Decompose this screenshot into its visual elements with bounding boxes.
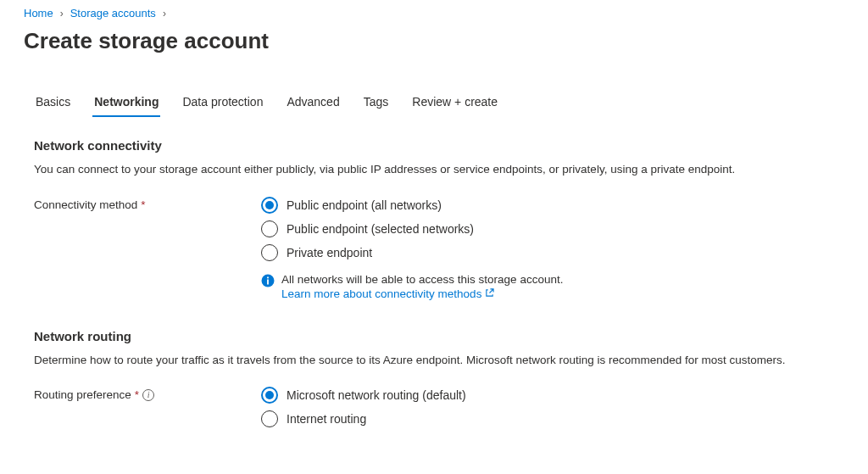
form-row-connectivity-method: Connectivity method * Public endpoint (a… xyxy=(34,197,868,300)
page-title: Create storage account xyxy=(24,28,868,54)
radio-label: Private endpoint xyxy=(287,246,372,259)
section-title-routing: Network routing xyxy=(34,329,868,343)
tab-networking[interactable]: Networking xyxy=(92,90,160,117)
tab-data-protection[interactable]: Data protection xyxy=(181,90,264,117)
required-asterisk: * xyxy=(135,388,139,401)
radio-icon xyxy=(261,387,278,404)
tab-tags[interactable]: Tags xyxy=(362,90,391,117)
radio-label: Internet routing xyxy=(287,412,366,426)
tab-bar: Basics Networking Data protection Advanc… xyxy=(24,90,868,118)
radio-label: Public endpoint (selected networks) xyxy=(287,222,474,236)
info-icon xyxy=(261,274,275,287)
breadcrumb-home-link[interactable]: Home xyxy=(24,7,53,20)
section-desc-connectivity: You can connect to your storage account … xyxy=(34,161,797,178)
radio-private-endpoint[interactable]: Private endpoint xyxy=(261,244,563,261)
section-desc-routing: Determine how to route your traffic as i… xyxy=(34,352,797,369)
label-connectivity-method: Connectivity method * xyxy=(34,197,261,211)
breadcrumb-storage-accounts-link[interactable]: Storage accounts xyxy=(70,7,156,20)
form-row-routing-preference: Routing preference * i Microsoft network… xyxy=(34,387,868,427)
radio-icon xyxy=(261,220,278,237)
required-asterisk: * xyxy=(141,198,145,211)
radio-icon xyxy=(261,244,278,261)
svg-rect-1 xyxy=(267,279,269,284)
radio-microsoft-routing[interactable]: Microsoft network routing (default) xyxy=(261,387,466,404)
tab-review-create[interactable]: Review + create xyxy=(410,90,499,117)
chevron-right-icon: › xyxy=(163,8,166,20)
help-icon[interactable]: i xyxy=(142,389,154,401)
info-connectivity: All networks will be able to access this… xyxy=(261,273,563,300)
section-network-routing: Network routing Determine how to route y… xyxy=(24,329,868,428)
svg-rect-2 xyxy=(267,276,269,278)
radio-public-all-networks[interactable]: Public endpoint (all networks) xyxy=(261,197,563,214)
tab-basics[interactable]: Basics xyxy=(34,90,72,117)
label-routing-preference: Routing preference * i xyxy=(34,387,261,401)
info-text: All networks will be able to access this… xyxy=(281,273,563,286)
radio-group-connectivity: Public endpoint (all networks) Public en… xyxy=(261,197,563,300)
section-title-connectivity: Network connectivity xyxy=(34,138,868,153)
radio-group-routing: Microsoft network routing (default) Inte… xyxy=(261,387,466,427)
radio-public-selected-networks[interactable]: Public endpoint (selected networks) xyxy=(261,220,563,237)
learn-more-connectivity-link[interactable]: Learn more about connectivity methods xyxy=(281,287,563,300)
radio-icon xyxy=(261,197,278,214)
chevron-right-icon: › xyxy=(60,8,64,20)
radio-icon xyxy=(261,410,278,427)
external-link-icon xyxy=(485,288,494,299)
tab-advanced[interactable]: Advanced xyxy=(285,90,341,117)
breadcrumb: Home › Storage accounts › xyxy=(24,7,868,20)
radio-label: Microsoft network routing (default) xyxy=(287,388,466,402)
radio-internet-routing[interactable]: Internet routing xyxy=(261,410,466,427)
radio-label: Public endpoint (all networks) xyxy=(287,198,442,212)
section-network-connectivity: Network connectivity You can connect to … xyxy=(24,138,868,300)
